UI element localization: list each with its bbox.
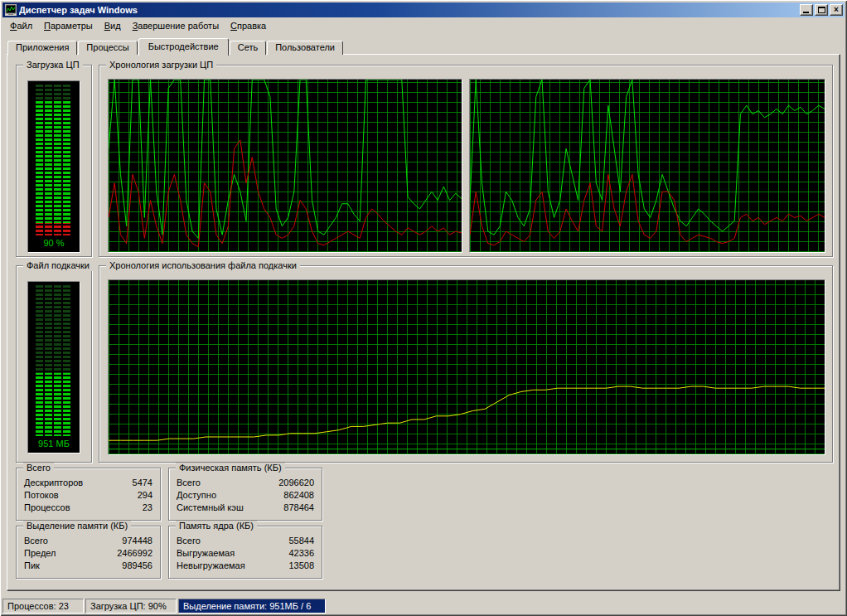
stat-label: Невыгружаемая: [177, 560, 245, 572]
stat-label: Дескрипторов: [24, 477, 83, 489]
totals-group-title: Всего: [23, 463, 54, 473]
stat-value: 2466992: [117, 547, 152, 560]
pagefile-usage-gauge: 951 МБ: [27, 281, 80, 454]
pagefile-usage-group-title: Файл подкачки: [23, 260, 93, 271]
commit-charge-group-title: Выделение памяти (КБ): [23, 521, 131, 531]
stat-label: Всего: [24, 535, 48, 547]
menu-shutdown[interactable]: Завершение работы: [127, 19, 225, 32]
menubar: Файл Параметры Вид Завершение работы Спр…: [2, 17, 845, 33]
stat-label: Предел: [24, 547, 56, 560]
performance-tab-panel: Загрузка ЦП 90 % Хронология загрузки ЦП: [7, 54, 840, 591]
stat-row: Системный кэш878464: [169, 502, 322, 514]
totals-group: Всего Дескрипторов5474 Потоков294 Процес…: [16, 468, 161, 521]
task-manager-window: Диспетчер задач Windows × Файл Параметры…: [0, 0, 847, 616]
cpu-history-graph-1: [108, 79, 462, 253]
titlebar: Диспетчер задач Windows ×: [2, 2, 845, 17]
cpu-history-group: Хронология загрузки ЦП: [99, 65, 833, 257]
stat-row: Потоков294: [17, 489, 160, 502]
physical-memory-group: Физическая память (КБ) Всего2096620 Дост…: [168, 468, 322, 521]
stat-value: 42336: [288, 547, 314, 560]
pagefile-history-plot: [109, 280, 825, 454]
stat-value: 5474: [133, 477, 152, 489]
close-button[interactable]: ×: [830, 4, 843, 16]
physical-memory-rows: Всего2096620 Доступно862408 Системный кэ…: [169, 468, 322, 514]
stat-label: Процессов: [24, 502, 70, 514]
cpu-usage-gauge: 90 %: [27, 80, 80, 253]
cpu-usage-group: Загрузка ЦП 90 %: [16, 65, 92, 257]
commit-charge-rows: Всего974448 Предел2466992 Пик989456: [17, 526, 160, 572]
stat-label: Выгружаемая: [177, 547, 235, 560]
maximize-button[interactable]: [815, 4, 828, 16]
tab-strip: Приложения Процессы Быстродействие Сеть …: [7, 37, 344, 55]
stat-row: Процессов23: [17, 502, 160, 514]
task-manager-icon: [5, 4, 17, 16]
stat-label: Системный кэш: [177, 502, 244, 514]
stat-value: 974448: [122, 535, 152, 547]
stat-value: 2096620: [278, 477, 314, 489]
pagefile-usage-led-bar: [36, 285, 72, 436]
cpu-history-group-title: Хронология загрузки ЦП: [106, 60, 216, 70]
stat-row: Всего2096620: [169, 477, 322, 489]
kernel-memory-rows: Всего55844 Выгружаемая42336 Невыгружаема…: [169, 526, 322, 572]
stat-row: Всего974448: [17, 535, 160, 547]
cpu-usage-group-title: Загрузка ЦП: [23, 60, 83, 70]
cpu-history-plot-1: [109, 80, 462, 252]
cpu-usage-led-bar: [36, 85, 72, 235]
status-cpu-usage: Загрузка ЦП: 90%: [85, 599, 177, 614]
totals-rows: Дескрипторов5474 Потоков294 Процессов23: [17, 468, 160, 514]
physical-memory-group-title: Физическая память (КБ): [176, 463, 285, 473]
stat-label: Пик: [24, 560, 40, 572]
commit-charge-group: Выделение памяти (КБ) Всего974448 Предел…: [16, 526, 161, 579]
stat-value: 294: [138, 489, 152, 502]
pagefile-usage-value: 951 МБ: [28, 436, 80, 451]
stat-row: Пик989456: [17, 560, 160, 572]
cpu-usage-value: 90 %: [28, 235, 80, 250]
tab-processes[interactable]: Процессы: [78, 41, 137, 55]
tab-applications[interactable]: Приложения: [7, 41, 77, 55]
minimize-icon: [803, 12, 809, 13]
status-bar: Процессов: 23 Загрузка ЦП: 90% Выделение…: [2, 597, 845, 614]
stat-value: 55844: [288, 535, 314, 547]
pagefile-history-graph: [108, 279, 825, 455]
stat-row: Выгружаемая42336: [169, 547, 322, 560]
stat-label: Потоков: [24, 489, 59, 502]
menu-file[interactable]: Файл: [4, 19, 38, 32]
stat-label: Всего: [177, 477, 201, 489]
stat-row: Невыгружаемая13508: [169, 560, 322, 572]
stat-label: Доступно: [177, 489, 216, 502]
kernel-memory-group: Память ядра (КБ) Всего55844 Выгружаемая4…: [168, 526, 322, 579]
cpu-history-graph-2: [469, 79, 825, 253]
stat-row: Дескрипторов5474: [17, 477, 160, 489]
tab-users[interactable]: Пользователи: [267, 41, 343, 55]
tab-networking[interactable]: Сеть: [230, 41, 266, 55]
stat-label: Всего: [177, 535, 201, 547]
status-processes: Процессов: 23: [2, 599, 84, 614]
menu-help[interactable]: Справка: [225, 19, 272, 32]
led-segment-mask: [36, 85, 72, 235]
stat-row: Доступно862408: [169, 489, 322, 502]
tab-performance[interactable]: Быстродействие: [138, 38, 229, 56]
pagefile-history-group: Хронология использования файла подкачки: [99, 265, 833, 463]
maximize-icon: [818, 7, 825, 13]
kernel-memory-group-title: Память ядра (КБ): [176, 521, 257, 531]
menu-options[interactable]: Параметры: [38, 19, 99, 32]
menu-view[interactable]: Вид: [99, 19, 127, 32]
stat-value: 13508: [288, 560, 314, 572]
stat-value: 989456: [122, 560, 152, 572]
pagefile-usage-group: Файл подкачки 951 МБ: [16, 265, 92, 463]
stat-row: Предел2466992: [17, 547, 160, 560]
led-segment-mask: [36, 285, 72, 436]
stat-value: 23: [143, 502, 152, 514]
status-commit-charge: Выделение памяти: 951МБ / 6: [178, 599, 326, 614]
stat-value: 862408: [283, 489, 314, 502]
cpu-history-plot-2: [470, 80, 825, 252]
window-title: Диспетчер задач Windows: [19, 5, 798, 15]
pagefile-history-group-title: Хронология использования файла подкачки: [106, 260, 300, 271]
stat-value: 878464: [283, 502, 314, 514]
minimize-button[interactable]: [800, 4, 813, 16]
stat-row: Всего55844: [169, 535, 322, 547]
